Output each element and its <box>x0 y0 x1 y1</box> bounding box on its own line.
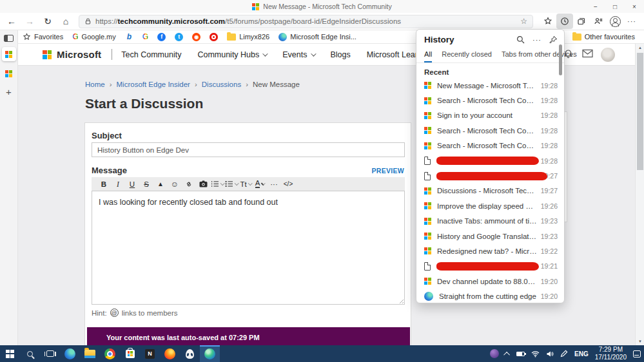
forward-button[interactable]: → <box>21 16 39 26</box>
history-item[interactable]: Improve the display speed of the pages v… <box>416 198 564 213</box>
scrollbar-thumb[interactable] <box>637 53 643 170</box>
bookmark-google-my[interactable]: G Google.my <box>68 30 121 44</box>
subject-input[interactable] <box>92 142 405 157</box>
history-item[interactable]: Dev channel update to 88.0.692.0 is live… <box>416 274 564 289</box>
underline-button[interactable]: U <box>125 177 139 191</box>
history-item-redacted[interactable]: 19:27 <box>416 168 564 183</box>
preview-link[interactable]: PREVIEW <box>371 167 404 175</box>
minimize-button[interactable]: − <box>586 0 605 13</box>
tab-background[interactable] <box>2 66 16 81</box>
back-button[interactable]: ← <box>3 16 21 26</box>
vertical-tabs-toggle-icon[interactable] <box>4 35 14 42</box>
user-avatar[interactable] <box>601 48 615 62</box>
history-item[interactable]: Inactive Tabs: ammount of time to sleep … <box>416 214 564 229</box>
taskbar-firefox[interactable] <box>160 345 180 362</box>
microsoft-logo[interactable]: Microsoft <box>43 49 101 60</box>
bookmark-google[interactable]: G <box>138 30 153 44</box>
feedback-icon[interactable] <box>590 14 607 29</box>
action-center-button[interactable] <box>630 345 644 362</box>
history-item[interactable]: Search - Microsoft Tech Community19:28 <box>416 138 564 153</box>
taskbar-store[interactable] <box>120 345 140 362</box>
close-button[interactable]: × <box>625 0 644 13</box>
bookmark-red-site[interactable] <box>205 30 222 44</box>
insert-link-button[interactable] <box>182 177 196 191</box>
bookmark-edge-insider[interactable]: Microsoft Edge Insi... <box>274 30 361 44</box>
task-view-button[interactable] <box>40 345 60 362</box>
bold-button[interactable]: B <box>97 177 111 191</box>
history-scrollbar-thumb[interactable] <box>559 44 562 75</box>
history-item[interactable]: Straight from the cutting edge19:20 <box>416 289 564 303</box>
emoji-button[interactable]: ☺ <box>168 177 182 191</box>
nav-tech-community[interactable]: Tech Community <box>121 50 181 59</box>
tab-recently-closed[interactable]: Recently closed <box>442 50 492 62</box>
bookmark-bing[interactable]: b <box>121 30 138 44</box>
tab-all[interactable]: All <box>424 50 432 62</box>
tray-app-icon[interactable] <box>487 345 502 362</box>
history-item[interactable]: New Message - Microsoft Tech Community19… <box>416 78 564 93</box>
breadcrumb-edge-insider[interactable]: Microsoft Edge Insider <box>117 81 190 88</box>
history-item-redacted[interactable]: 19:28 <box>416 153 564 168</box>
history-pin-icon[interactable] <box>549 35 558 44</box>
text-size-button[interactable]: Tt <box>239 177 253 191</box>
other-favourites[interactable]: Other favourites <box>568 30 644 44</box>
resize-handle[interactable] <box>398 298 404 303</box>
address-bar[interactable]: https://techcommunity.microsoft.com/t5/f… <box>79 15 533 28</box>
home-button[interactable]: ⌂ <box>57 16 75 26</box>
scroll-up-arrow[interactable]: ▲ <box>636 46 644 50</box>
volume-icon[interactable] <box>543 345 557 362</box>
tab-active[interactable] <box>2 47 16 61</box>
history-item[interactable]: Redesigned new tab? - Microsoft Tech Com… <box>416 243 564 258</box>
italic-button[interactable]: I <box>111 177 125 191</box>
scroll-down-arrow[interactable]: ▼ <box>636 339 644 343</box>
show-hidden-icons[interactable] <box>502 345 513 362</box>
battery-icon[interactable] <box>513 345 528 362</box>
taskbar-foobar[interactable] <box>180 345 200 362</box>
history-item[interactable]: Discussions - Microsoft Tech Community19… <box>416 184 564 198</box>
page-scrollbar[interactable]: ▲ ▼ <box>635 44 644 345</box>
taskbar-notion[interactable]: N <box>140 345 160 362</box>
windows-ink-pen-icon[interactable] <box>557 345 571 362</box>
tab-other-devices[interactable]: Tabs from other devices <box>502 50 577 62</box>
history-more-icon[interactable]: ··· <box>532 36 542 44</box>
start-button[interactable] <box>0 345 20 362</box>
profile-avatar[interactable] <box>607 14 623 29</box>
bookmark-reddit[interactable]: ◉ <box>188 30 205 44</box>
spoiler-alert-button[interactable]: ▲ <box>153 177 168 191</box>
history-item-redacted[interactable]: 19:21 <box>416 259 564 274</box>
history-icon[interactable] <box>556 14 573 29</box>
add-favorite-star-icon[interactable]: ☆ <box>520 17 527 26</box>
code-view-button[interactable]: </> <box>281 177 295 191</box>
history-search-icon[interactable] <box>516 35 525 44</box>
breadcrumb-discussions[interactable]: Discussions <box>202 81 241 88</box>
favorites-icon[interactable] <box>540 14 556 29</box>
new-tab-button[interactable]: + <box>6 87 12 97</box>
nav-blogs[interactable]: Blogs <box>331 50 351 59</box>
taskbar-clock[interactable]: 7:29 PM17/11/2020 <box>592 345 630 362</box>
history-item[interactable]: Search - Microsoft Tech Community19:28 <box>416 123 564 138</box>
history-item[interactable]: History and Google Translator - Microsof… <box>416 229 564 243</box>
favorites-menu[interactable]: Favorites <box>18 30 68 44</box>
taskbar-search[interactable] <box>20 345 40 362</box>
settings-menu-icon[interactable]: ··· <box>623 14 640 29</box>
bookmark-twitter[interactable]: t <box>170 30 188 44</box>
message-editor[interactable]: I was looking for recently closed tab an… <box>92 191 405 305</box>
taskbar-chrome[interactable] <box>100 345 120 362</box>
ordered-list-button[interactable] <box>210 177 224 191</box>
taskbar-edge-dev-active[interactable] <box>200 345 220 362</box>
messages-mail-icon[interactable] <box>582 49 593 58</box>
nav-events[interactable]: Events <box>282 50 314 59</box>
font-color-button[interactable]: A <box>253 177 267 191</box>
bookmark-folder-limyx826[interactable]: Limyx826 <box>222 30 274 44</box>
strikethrough-button[interactable]: S <box>139 177 153 191</box>
history-item[interactable]: Sign in to your account19:28 <box>416 108 564 123</box>
collections-icon[interactable] <box>573 14 590 29</box>
breadcrumb-home[interactable]: Home <box>85 81 105 88</box>
taskbar-edge[interactable] <box>60 345 80 362</box>
nav-community-hubs[interactable]: Community Hubs <box>197 50 266 59</box>
bookmark-facebook[interactable]: f <box>153 30 170 44</box>
insert-photo-camera-button[interactable] <box>196 177 210 191</box>
more-options-button[interactable]: ··· <box>267 177 281 191</box>
taskbar-file-explorer[interactable] <box>80 345 100 362</box>
history-item[interactable]: Search - Microsoft Tech Community19:28 <box>416 93 564 108</box>
language-indicator[interactable]: ENG <box>571 345 592 362</box>
